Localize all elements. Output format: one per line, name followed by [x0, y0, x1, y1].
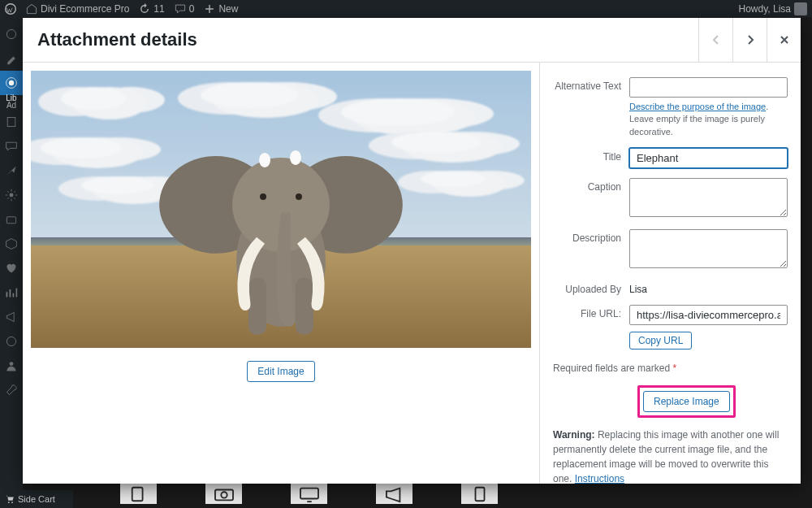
replace-image-highlight: Replace Image — [637, 385, 736, 418]
svg-rect-21 — [296, 277, 313, 334]
attachment-preview-image — [31, 71, 531, 348]
attachment-details-modal: Attachment details — [23, 18, 801, 484]
svg-point-5 — [10, 193, 14, 198]
background-thumbs — [23, 484, 812, 508]
svg-point-8 — [10, 362, 14, 366]
menu-pages-icon[interactable] — [0, 110, 23, 134]
prev-attachment-button[interactable] — [698, 18, 732, 62]
replace-warning: Warning: Replacing this image with anoth… — [553, 428, 788, 484]
uploaded-by-value: Lisa — [629, 280, 788, 295]
menu-divi-icon[interactable] — [0, 329, 23, 354]
svg-rect-13 — [475, 487, 484, 501]
description-input[interactable] — [629, 229, 788, 268]
side-cart[interactable]: Side Cart — [0, 490, 73, 508]
svg-point-22 — [260, 193, 266, 199]
menu-dashboard-icon[interactable] — [0, 22, 23, 46]
comments[interactable]: 0 — [175, 3, 195, 15]
howdy-user[interactable]: Howdy, Lisa — [739, 2, 807, 15]
menu-tools-icon[interactable] — [0, 378, 23, 402]
title-label: Title — [553, 148, 629, 168]
svg-rect-20 — [248, 277, 266, 334]
alt-text-input[interactable] — [629, 77, 788, 98]
alt-text-label: Alternative Text — [553, 77, 629, 138]
menu-posts-icon[interactable] — [0, 46, 23, 71]
instructions-link[interactable]: Instructions — [575, 473, 624, 484]
avatar — [794, 2, 807, 15]
menu-users-icon[interactable] — [0, 354, 23, 378]
modal-header: Attachment details — [23, 18, 801, 63]
wp-logo[interactable] — [5, 3, 16, 15]
menu-media-sublabel: Ad — [6, 101, 16, 110]
menu-media-icon[interactable] — [0, 71, 23, 95]
svg-rect-12 — [300, 488, 318, 498]
menu-stats-icon[interactable] — [0, 280, 23, 305]
svg-point-23 — [296, 193, 302, 199]
menu-settings-icon[interactable] — [0, 183, 23, 207]
svg-point-25 — [290, 150, 301, 165]
site-name[interactable]: Divi Ecommerce Pro — [26, 3, 129, 15]
preview-pane: Edit Image — [23, 63, 539, 484]
admin-bar: Divi Ecommerce Pro 11 0 New Howdy, Lisa — [0, 0, 812, 17]
svg-point-15 — [11, 501, 13, 503]
caption-input[interactable] — [629, 178, 788, 217]
file-url-label: File URL: — [553, 305, 629, 350]
svg-rect-4 — [7, 117, 15, 126]
title-input[interactable] — [629, 148, 788, 168]
required-fields-note: Required fields are marked * — [553, 363, 788, 374]
menu-generic-icon[interactable] — [0, 207, 23, 232]
menu-box-icon[interactable] — [0, 232, 23, 256]
copy-url-button[interactable]: Copy URL — [629, 332, 692, 350]
alt-text-help-link[interactable]: Describe the purpose of the image — [629, 102, 766, 111]
svg-point-11 — [221, 492, 227, 497]
svg-point-7 — [6, 336, 15, 345]
svg-rect-9 — [132, 487, 142, 501]
edit-image-button[interactable]: Edit Image — [247, 361, 314, 382]
uploaded-by-label: Uploaded By — [553, 280, 629, 295]
close-modal-button[interactable] — [767, 18, 801, 62]
replace-image-button[interactable]: Replace Image — [643, 391, 730, 412]
svg-rect-6 — [6, 217, 15, 224]
new-content[interactable]: New — [204, 3, 238, 15]
admin-sidebar: Lib Ad — [0, 17, 23, 508]
details-pane: Alternative Text Describe the purpose of… — [539, 63, 801, 484]
updates[interactable]: 11 — [139, 3, 164, 15]
menu-comments-icon[interactable] — [0, 134, 23, 158]
svg-point-2 — [9, 80, 14, 85]
next-attachment-button[interactable] — [732, 18, 767, 62]
caption-label: Caption — [553, 178, 629, 219]
description-label: Description — [553, 229, 629, 271]
menu-heart-icon[interactable] — [0, 256, 23, 280]
menu-projects-icon[interactable] — [0, 158, 23, 183]
svg-point-14 — [8, 501, 10, 503]
menu-megaphone-icon[interactable] — [0, 305, 23, 329]
file-url-input[interactable] — [629, 305, 788, 325]
modal-title: Attachment details — [23, 18, 212, 62]
alt-text-help: Describe the purpose of the image. Leave… — [629, 101, 788, 138]
svg-point-24 — [259, 153, 270, 167]
